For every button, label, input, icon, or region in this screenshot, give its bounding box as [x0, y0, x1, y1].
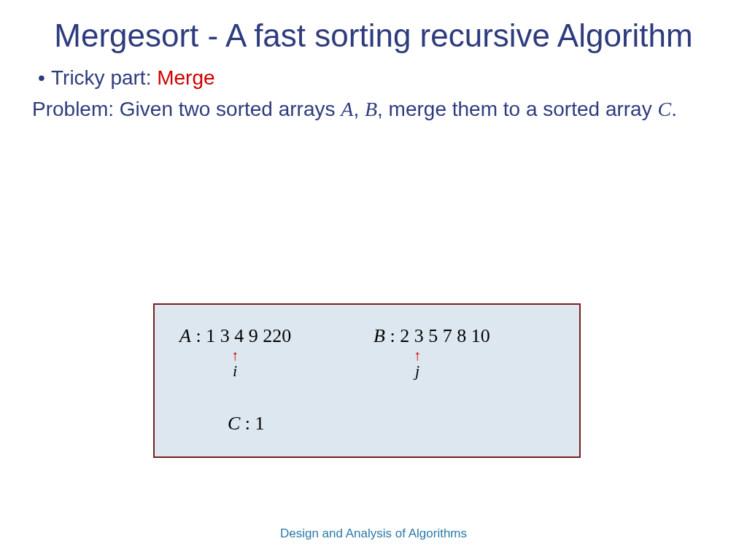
pointer-j-label: j	[410, 362, 425, 381]
bullet-prefix: Tricky part:	[51, 66, 157, 89]
slide-content: • Tricky part: Merge Problem: Given two …	[0, 62, 747, 123]
pointer-i-label: i	[228, 362, 242, 381]
array-A-label: A	[179, 325, 191, 346]
arrow-up-icon: ↑	[410, 350, 425, 360]
array-C: C : 1	[228, 413, 265, 435]
array-A-values: 1 3 4 9 220	[206, 325, 291, 346]
bullet-emph: Merge	[157, 66, 214, 89]
var-C: C	[657, 98, 671, 120]
bullet-tricky-part: • Tricky part: Merge	[32, 65, 715, 91]
bullet-text: Tricky part: Merge	[51, 65, 215, 91]
problem-statement: Problem: Given two sorted arrays A, B, m…	[32, 96, 715, 123]
array-A: A : 1 3 4 9 220	[179, 325, 291, 347]
array-B-label: B	[374, 325, 385, 346]
pointer-j: ↑ j	[410, 350, 425, 381]
problem-part2: , merge them to a sorted array	[377, 98, 657, 120]
array-C-values: 1	[255, 413, 265, 434]
var-A: A	[341, 98, 353, 120]
array-B-values: 2 3 5 7 8 10	[400, 325, 490, 346]
bullet-marker: •	[32, 65, 51, 91]
var-B: B	[365, 98, 377, 120]
pointer-i: ↑ i	[228, 350, 242, 381]
array-C-label: C	[228, 413, 240, 434]
arrow-up-icon: ↑	[228, 350, 242, 360]
merge-diagram: A : 1 3 4 9 220 B : 2 3 5 7 8 10 ↑ i ↑ j…	[153, 303, 581, 458]
problem-part1: Problem: Given two sorted arrays	[32, 98, 341, 120]
array-B: B : 2 3 5 7 8 10	[374, 325, 490, 347]
slide-footer: Design and Analysis of Algorithms	[0, 526, 747, 541]
slide-title: Mergesort - A fast sorting recursive Alg…	[0, 0, 747, 62]
problem-comma: ,	[353, 98, 365, 120]
problem-period: .	[671, 98, 677, 120]
